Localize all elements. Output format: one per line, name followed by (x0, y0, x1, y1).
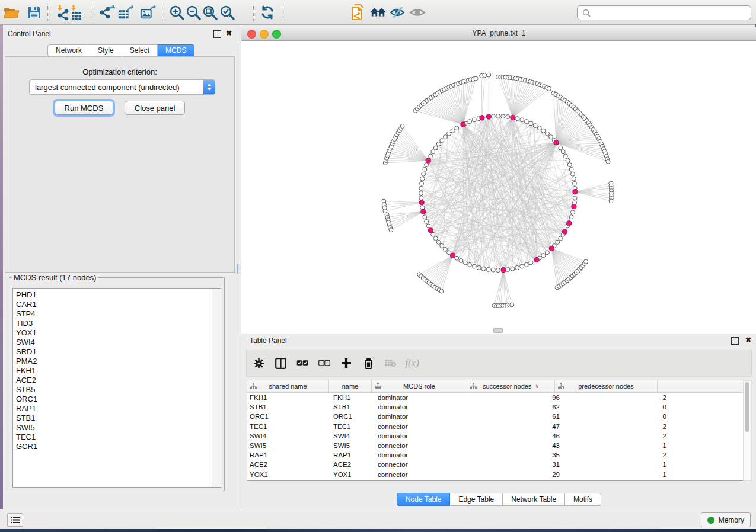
table-row[interactable]: FKH1FKH1dominator962 (247, 393, 752, 402)
share-document-icon[interactable] (350, 4, 366, 21)
column-header-MCDS-role[interactable]: MCDS role (372, 380, 467, 392)
cell-successor-nodes: 29 (473, 470, 564, 479)
table-row[interactable]: YOX1YOX1connector291 (247, 470, 752, 479)
run-mcds-button[interactable]: Run MCDS (55, 101, 114, 115)
cell-MCDS-role: dominator (375, 431, 473, 441)
cell-predecessor-nodes: 1 (564, 470, 674, 479)
delete-row-trash-icon[interactable] (362, 357, 374, 370)
result-node-item[interactable]: FKH1 (16, 366, 213, 376)
table-row[interactable]: PHD1PHD1dominator180 (247, 479, 752, 481)
tab-network[interactable]: Network (47, 44, 90, 57)
close-panel-icon[interactable]: ✖ (745, 336, 751, 344)
zoom-selected-icon[interactable] (219, 4, 235, 21)
table-row[interactable]: SWI5SWI5connector431 (247, 441, 752, 450)
show-selected-eye-icon[interactable] (409, 4, 426, 21)
cell-MCDS-role: dominator (375, 393, 473, 402)
result-node-item[interactable]: YOX1 (16, 328, 213, 338)
tab-node-table[interactable]: Node Table (397, 493, 451, 506)
result-node-item[interactable]: TEC1 (16, 432, 213, 442)
column-header-name[interactable]: name (329, 380, 372, 392)
tab-style[interactable]: Style (90, 44, 122, 57)
table-scrollbar-thumb[interactable] (745, 382, 749, 432)
table-row[interactable]: SWI4SWI4dominator462 (247, 431, 752, 441)
network-window-titlebar[interactable]: YPA_prune.txt_1 (241, 27, 756, 41)
columns-icon[interactable] (275, 357, 286, 370)
result-node-item[interactable]: PHD1 (16, 290, 213, 300)
result-node-item[interactable]: PMA2 (16, 357, 213, 366)
cell-predecessor-nodes: 1 (564, 441, 674, 450)
tab-select[interactable]: Select (122, 44, 158, 57)
refresh-icon[interactable] (259, 4, 276, 21)
search-icon (582, 9, 591, 17)
close-panel-button[interactable]: Close panel (125, 101, 186, 115)
result-list-scrollbar[interactable] (212, 288, 221, 488)
control-panel-title: Control Panel (8, 30, 51, 38)
table-panel-tabs: Node TableEdge TableNetwork TableMotifs (241, 493, 756, 506)
cell-name: SWI4 (331, 431, 375, 441)
cell-predecessor-nodes: 0 (564, 412, 674, 421)
cell-MCDS-role: dominator (375, 479, 473, 481)
control-panel-titlebar: Control Panel ✖ (3, 27, 237, 41)
result-node-item[interactable]: ACE2 (16, 376, 213, 385)
table-row[interactable]: ORC1ORC1dominator610 (247, 412, 752, 421)
cell-name: YOX1 (331, 470, 375, 479)
cell-successor-nodes: 47 (473, 422, 564, 431)
export-image-icon[interactable] (140, 4, 157, 21)
result-node-item[interactable]: GCR1 (16, 442, 213, 451)
cell-name: PHD1 (331, 479, 375, 481)
result-node-item[interactable]: STP4 (16, 309, 213, 319)
table-row[interactable]: RAP1RAP1dominator352 (247, 450, 752, 460)
mcds-result-list[interactable]: PHD1CAR1STP4TID3YOX1SWI4SRD1PMA2FKH1ACE2… (12, 288, 213, 488)
home-networks-icon[interactable] (370, 4, 387, 21)
save-icon[interactable] (26, 4, 43, 21)
add-row-icon[interactable] (340, 357, 352, 370)
export-network-icon[interactable] (98, 4, 115, 21)
cell-shared-name: SWI4 (247, 431, 331, 441)
search-input[interactable] (593, 7, 751, 19)
column-header-predecessor-nodes[interactable]: predecessor nodes (555, 380, 658, 392)
zoom-out-icon[interactable] (185, 4, 202, 21)
float-panel-icon[interactable] (213, 30, 221, 38)
network-window-resize-grip[interactable] (493, 328, 503, 333)
export-table-icon[interactable] (117, 4, 134, 21)
zoom-fit-icon[interactable] (202, 4, 218, 21)
result-node-item[interactable]: SRD1 (16, 347, 213, 357)
result-node-item[interactable]: STB5 (16, 385, 213, 395)
table-scrollbar[interactable] (743, 380, 752, 481)
result-node-item[interactable]: RAP1 (16, 404, 213, 414)
tab-mcds[interactable]: MCDS (158, 44, 194, 57)
cell-predecessor-nodes: 0 (564, 402, 674, 412)
float-panel-icon[interactable] (731, 337, 739, 345)
criterion-dropdown[interactable]: largest connected component (undirected) (29, 79, 215, 95)
result-node-item[interactable]: SWI4 (16, 338, 213, 347)
tab-network-table[interactable]: Network Table (503, 493, 565, 506)
select-all-icon[interactable] (296, 357, 308, 370)
column-header-successor-nodes[interactable]: successor nodes∨ (467, 380, 555, 392)
result-node-item[interactable]: SWI5 (16, 423, 213, 432)
zoom-in-icon[interactable] (168, 4, 185, 21)
deselect-all-icon[interactable] (318, 357, 330, 370)
gear-icon[interactable] (253, 357, 264, 370)
cell-MCDS-role: connector (375, 460, 473, 469)
column-header-shared-name[interactable]: shared name (247, 380, 329, 392)
result-node-item[interactable]: TID3 (16, 319, 213, 328)
result-node-item[interactable]: STB1 (16, 414, 213, 423)
table-row[interactable]: STB1STB1dominator620 (247, 402, 752, 412)
task-history-button[interactable] (7, 513, 23, 527)
result-node-item[interactable]: ORC1 (16, 395, 213, 404)
result-node-item[interactable]: CAR1 (16, 300, 213, 309)
import-table-icon[interactable] (68, 4, 84, 21)
table-row[interactable]: TEC1TEC1connector472 (247, 422, 752, 431)
open-icon[interactable] (3, 4, 20, 21)
tab-motifs[interactable]: Motifs (565, 493, 601, 506)
table-row[interactable]: ACE2ACE2connector311 (247, 460, 752, 469)
cell-MCDS-role: dominator (375, 450, 473, 460)
cell-MCDS-role: dominator (375, 402, 473, 412)
memory-button[interactable]: Memory (701, 512, 751, 527)
close-panel-icon[interactable]: ✖ (226, 29, 232, 37)
cell-MCDS-role: connector (375, 470, 473, 479)
hide-selected-eye-icon[interactable] (389, 4, 406, 21)
tab-edge-table[interactable]: Edge Table (450, 493, 503, 506)
network-graph-canvas[interactable] (241, 40, 756, 334)
cell-predecessor-nodes: 2 (564, 422, 674, 431)
